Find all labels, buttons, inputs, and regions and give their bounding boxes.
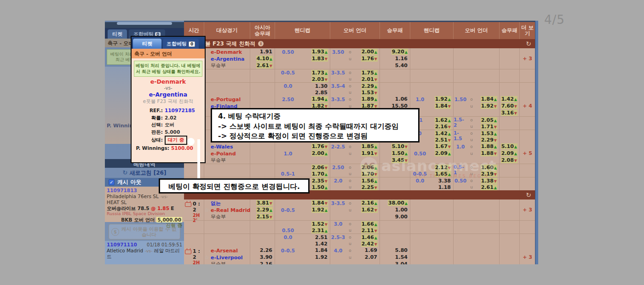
odds-value[interactable]: 1.70▼ xyxy=(361,171,378,177)
more-bets-link[interactable]: + 3 xyxy=(523,254,532,260)
odds-value[interactable]: 5.40 xyxy=(395,63,408,68)
odds-value[interactable]: 3.90 xyxy=(259,254,273,260)
odds-value[interactable]: 2.51 xyxy=(315,234,328,240)
odds-value[interactable]: 1.60▲ xyxy=(481,165,497,171)
odds-value[interactable]: 2.09▲ xyxy=(501,150,518,156)
more-bets-link[interactable]: + 3 xyxy=(523,56,532,62)
odds-value[interactable]: 9.20▲ xyxy=(391,49,408,55)
cashout-checkbox[interactable]: ✓ xyxy=(109,179,115,185)
more-bets-link[interactable]: + 5 xyxy=(523,150,532,156)
tab-combo-bet[interactable]: 조합베팅0 xyxy=(163,39,199,49)
bet-ref-id[interactable]: 110971110 xyxy=(107,242,137,248)
odds-value[interactable]: 2.26 xyxy=(259,247,273,253)
tab-ticket[interactable]: 티켓 xyxy=(133,39,161,49)
odds-value[interactable]: 2.16▼ xyxy=(435,124,451,130)
odds-value[interactable]: 1.53▲ xyxy=(481,131,497,137)
odds-value[interactable]: 1.92▲ xyxy=(311,207,328,213)
open-bet-card-2[interactable]: 110971110 01/18 01:59:51 Atletico Madrid… xyxy=(105,241,184,264)
odds-value[interactable]: 1.62▲ xyxy=(435,117,451,123)
league-refresh-icon[interactable]: ↻ xyxy=(526,191,531,199)
odds-value[interactable]: 9.00 xyxy=(395,214,408,220)
sidebar-collapse-handle[interactable] xyxy=(105,22,184,28)
odds-value[interactable]: 2.29▼ xyxy=(481,137,497,143)
odds-value[interactable]: 1.93▲ xyxy=(311,49,328,55)
odds-value[interactable]: 1.75▲ xyxy=(361,70,378,76)
odds-value[interactable]: 4.10▲ xyxy=(256,56,273,62)
odds-value[interactable]: 2.29▲ xyxy=(256,207,273,213)
odds-value[interactable]: 2.51▼ xyxy=(435,137,451,143)
odds-value[interactable]: 1.42 xyxy=(315,241,328,247)
team-name[interactable]: e-Argentina xyxy=(211,56,255,63)
team-name[interactable]: e-Portugal xyxy=(211,97,255,103)
odds-value[interactable]: 2.05▲ xyxy=(481,117,497,123)
odds-value[interactable]: 1.91▼ xyxy=(361,150,378,156)
league-info-icon[interactable]: i xyxy=(258,41,264,46)
odds-value[interactable]: 1.88▼ xyxy=(481,150,497,156)
odds-value[interactable]: 1.84▼ xyxy=(435,103,451,109)
odds-value[interactable]: 1.42▲ xyxy=(501,96,518,102)
odds-value[interactable]: 5.80 xyxy=(395,247,408,253)
odds-value[interactable]: 1.53▼ xyxy=(361,90,378,96)
odds-value[interactable]: 1.88▲ xyxy=(481,143,497,149)
odds-value[interactable]: 1.18 xyxy=(438,184,451,190)
odds-value[interactable]: 1.06 xyxy=(395,96,408,102)
odds-value[interactable]: 2.07 xyxy=(364,254,378,260)
odds-value[interactable]: 3.38 xyxy=(438,178,451,184)
odds-value[interactable]: 2.06▲ xyxy=(361,165,378,171)
team-name[interactable]: e-Denmark xyxy=(211,49,255,56)
odds-value[interactable]: 2.11▼ xyxy=(361,228,378,234)
more-bets-link[interactable]: + 3 xyxy=(523,207,532,213)
odds-value[interactable]: 1.89▲ xyxy=(361,96,378,102)
odds-value[interactable]: 1.84▲ xyxy=(481,96,497,102)
odds-value[interactable]: 2.09▲ xyxy=(435,150,451,156)
team-name[interactable]: 없는 xyxy=(211,200,255,207)
odds-value[interactable]: 2.61▲ xyxy=(481,184,497,190)
odds-value[interactable]: 1.83▼ xyxy=(311,56,328,62)
team-name[interactable]: e-Liverpool xyxy=(211,255,255,262)
team-name[interactable]: e-Wales xyxy=(211,144,255,151)
odds-value[interactable]: 2.01▼ xyxy=(361,76,378,82)
live-tv-icon[interactable] xyxy=(185,202,191,207)
draw-label[interactable]: 무승부 xyxy=(211,261,255,264)
odds-value[interactable]: 2.35▼ xyxy=(311,178,328,184)
odds-value[interactable]: 2.03▼ xyxy=(311,76,328,82)
favorite-star-icon[interactable]: ☆ xyxy=(204,207,209,214)
odds-value[interactable]: 1.66▲ xyxy=(361,221,378,227)
odds-value[interactable]: 1.92▲ xyxy=(435,96,451,102)
odds-value[interactable]: 1.73▲ xyxy=(311,70,328,76)
odds-value[interactable]: 1.67▼ xyxy=(435,143,451,149)
odds-value[interactable]: 1.92 xyxy=(315,254,328,260)
odds-value[interactable]: 1.38▼ xyxy=(481,178,497,184)
odds-value[interactable]: 5.10▼ xyxy=(391,143,408,149)
odds-value[interactable]: 1.50▲ xyxy=(391,150,408,156)
odds-value[interactable]: 7.60▼ xyxy=(501,103,518,109)
odds-value[interactable]: 38.00▲ xyxy=(388,200,408,206)
draw-label[interactable]: 무승부 xyxy=(211,214,255,221)
odds-value[interactable]: 1.76▼ xyxy=(311,143,328,149)
odds-value[interactable]: 1.54 xyxy=(395,254,408,260)
live-tv-icon[interactable] xyxy=(185,250,191,254)
odds-value[interactable]: 2.29▲ xyxy=(361,83,378,89)
odds-value[interactable]: 2.08▼ xyxy=(501,157,518,163)
odds-value[interactable]: 2.15▼ xyxy=(256,214,273,220)
odds-value[interactable]: 1.00 xyxy=(395,207,408,213)
draw-label[interactable]: 무승부 xyxy=(211,63,255,69)
odds-value[interactable]: 1.69 xyxy=(364,247,378,253)
odds-value[interactable]: 1.92▼ xyxy=(481,103,497,109)
odds-value[interactable]: 2.06▼ xyxy=(311,165,328,171)
odds-value[interactable]: 1.52▼ xyxy=(311,221,328,227)
odds-value[interactable]: 1.62▼ xyxy=(361,207,378,213)
team-name[interactable]: e-Arsenal xyxy=(211,248,255,255)
odds-value[interactable]: 3.16▼ xyxy=(501,110,518,116)
odds-value[interactable]: 1.70▲ xyxy=(311,171,328,177)
cashout-disabled-button[interactable]: $ 캐시 아웃을 이용할 수 없습니다 xyxy=(109,224,180,239)
odds-value[interactable]: 5.10▲ xyxy=(501,143,518,149)
odds-value[interactable]: 2.42▼ xyxy=(361,241,378,247)
odds-value[interactable]: 3.81▼ xyxy=(256,200,273,206)
odds-value[interactable]: 2.12▼ xyxy=(435,165,451,171)
odds-value[interactable]: 1.56▲ xyxy=(361,178,378,184)
odds-value[interactable]: 2.19▼ xyxy=(481,171,497,177)
team-name[interactable]: e-Real Madrid xyxy=(211,207,255,214)
odds-value[interactable]: 3.45▼ xyxy=(391,157,408,163)
odds-value[interactable]: 1.65▲ xyxy=(435,171,451,177)
